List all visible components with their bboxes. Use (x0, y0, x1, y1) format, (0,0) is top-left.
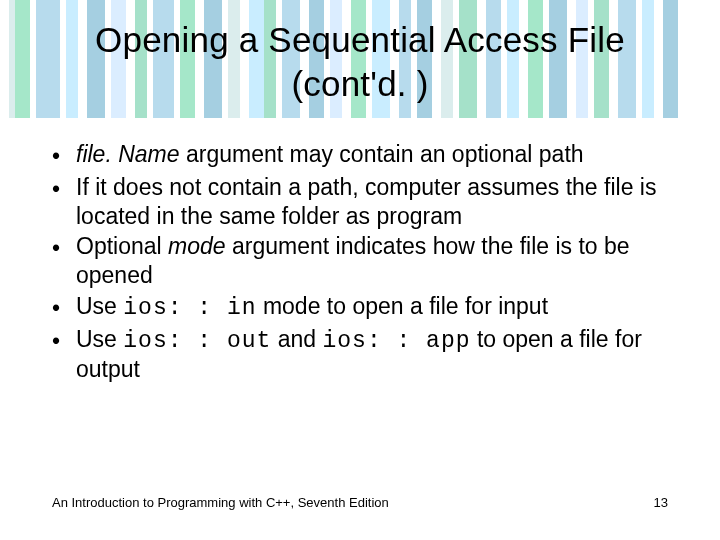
slide-body: • file. Name argument may contain an opt… (52, 140, 672, 386)
title-line-2: (cont'd. ) (291, 64, 428, 103)
title-line-1: Opening a Sequential Access File (95, 20, 625, 59)
code-literal: ios: : app (322, 328, 470, 354)
bullet-marker: • (52, 140, 76, 171)
text-fragment: Use (76, 326, 123, 352)
text-fragment: and (271, 326, 322, 352)
slide: Opening a Sequential Access File (cont'd… (0, 0, 720, 540)
bullet-marker: • (52, 292, 76, 323)
bullet-marker: • (52, 325, 76, 385)
footer-source: An Introduction to Programming with C++,… (52, 495, 389, 510)
slide-title: Opening a Sequential Access File (cont'd… (0, 18, 720, 106)
bullet-text: If it does not contain a path, computer … (76, 173, 672, 231)
argument-name: file. Name (76, 141, 180, 167)
argument-name: mode (168, 233, 226, 259)
bullet-text: Use ios: : out and ios: : app to open a … (76, 325, 672, 385)
code-literal: ios: : in (123, 295, 256, 321)
bullet-text: Use ios: : in mode to open a file for in… (76, 292, 672, 323)
bullet-item: • Use ios: : in mode to open a file for … (52, 292, 672, 323)
bullet-item: • Optional mode argument indicates how t… (52, 232, 672, 290)
bullet-marker: • (52, 232, 76, 290)
bullet-text: file. Name argument may contain an optio… (76, 140, 672, 171)
page-number: 13 (654, 495, 668, 510)
text-fragment: argument may contain an optional path (180, 141, 584, 167)
bullet-item: • If it does not contain a path, compute… (52, 173, 672, 231)
text-fragment: Use (76, 293, 123, 319)
code-literal: ios: : out (123, 328, 271, 354)
title-band: Opening a Sequential Access File (cont'd… (0, 0, 720, 118)
text-fragment: mode to open a file for input (257, 293, 549, 319)
bullet-text: Optional mode argument indicates how the… (76, 232, 672, 290)
text-fragment: Optional (76, 233, 168, 259)
bullet-item: • file. Name argument may contain an opt… (52, 140, 672, 171)
bullet-item: • Use ios: : out and ios: : app to open … (52, 325, 672, 385)
bullet-marker: • (52, 173, 76, 231)
